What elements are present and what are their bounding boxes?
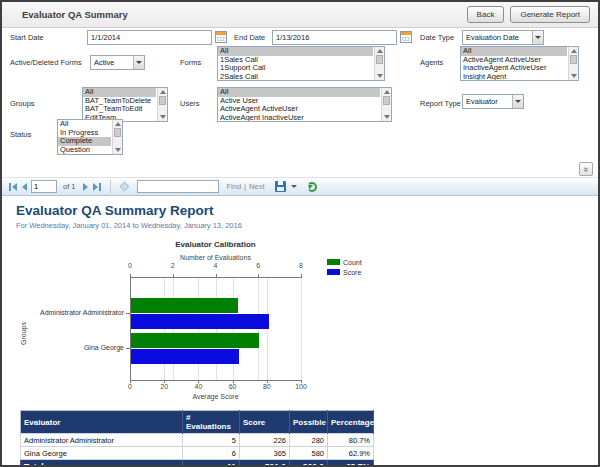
collapse-report-toolbar-button[interactable]: » [579, 162, 593, 176]
previous-page-button[interactable] [21, 182, 28, 192]
list-option[interactable]: Question [58, 146, 111, 155]
col-evaluations: # Evaluations [183, 411, 240, 434]
first-page-button[interactable] [8, 182, 18, 192]
chart-bar-score [131, 314, 269, 329]
col-evaluator: Evaluator [21, 411, 183, 434]
report-type-select[interactable]: Evaluator [462, 94, 524, 109]
scroll-up-icon [384, 90, 390, 94]
active-deleted-forms-select[interactable]: Active [90, 55, 145, 70]
active-deleted-forms-label: Active/Deleted Forms [10, 58, 82, 67]
back-to-parent-icon[interactable] [119, 182, 129, 192]
report-title: Evaluator QA Summary Report [16, 203, 598, 218]
list-option[interactable]: Active User [218, 97, 380, 106]
chart-gridline [233, 278, 234, 380]
bottom-tick-mark [198, 380, 199, 383]
table-cell: 80.7% [328, 434, 374, 447]
scroll-down-icon [115, 148, 121, 152]
top-tick-mark [216, 274, 217, 277]
groups-label: Groups [10, 99, 35, 108]
bottom-axis-line [130, 380, 302, 381]
list-option[interactable]: All [58, 120, 111, 129]
find-text-input[interactable] [137, 180, 219, 193]
report-subtitle: For Wednesday, January 01, 2014 to Wedne… [16, 221, 598, 230]
groups-listbox[interactable]: AllBAT_TeamToDeleteBAT_TeamToEditEditTea… [82, 87, 168, 122]
bottom-tick-mark [130, 380, 131, 383]
scrollbar[interactable] [568, 47, 578, 80]
top-tick-label: 2 [171, 262, 175, 269]
list-option[interactable]: ActiveAgent ActiveUser [461, 56, 567, 65]
category-label: Gina George [18, 344, 124, 351]
forms-listbox[interactable]: All1Sales Call1Support Call2Sales Call [217, 46, 385, 81]
list-option[interactable]: All [218, 88, 380, 97]
generate-report-button[interactable]: Generate Report [510, 6, 590, 23]
list-option[interactable]: All [83, 88, 156, 97]
scroll-down-icon [571, 74, 577, 78]
list-option[interactable]: In Progress [58, 129, 111, 138]
chart-gridline [216, 278, 217, 380]
status-listbox[interactable]: AllIn ProgressCompleteQuestion [57, 119, 123, 155]
start-date-calendar-icon[interactable] [215, 31, 227, 43]
legend-label: Count [343, 259, 362, 266]
list-option[interactable]: All [461, 47, 567, 56]
list-option[interactable]: InactiveAgent ActiveUser [461, 64, 567, 73]
list-option[interactable]: BAT_TeamToEdit [83, 105, 156, 114]
table-cell: 580 [290, 447, 328, 460]
scroll-down-icon [377, 74, 383, 78]
next-page-icon [83, 183, 88, 191]
bottom-tick-label: 40 [194, 383, 202, 390]
top-tick-label: 0 [128, 262, 132, 269]
evaluator-calibration-chart: Evaluator Calibration Number of Evaluati… [16, 238, 576, 404]
start-date-input[interactable] [87, 30, 212, 45]
list-option[interactable]: 1Support Call [218, 64, 373, 73]
report-table-body: Administrator Administrator522628080.7%G… [21, 434, 374, 460]
last-page-icon [93, 183, 98, 191]
table-total-row: Total: 11 591.0 860.0 68.7% [21, 460, 374, 467]
find-link[interactable]: Find [227, 182, 242, 191]
chevron-down-icon [532, 31, 543, 44]
col-possible: Possible [290, 411, 328, 434]
legend-item: Score [327, 268, 361, 276]
list-option[interactable]: ActiveAgent InactiveUser [218, 114, 380, 123]
toolbar-separator [110, 180, 111, 193]
last-page-button[interactable] [92, 182, 102, 192]
list-option[interactable]: BAT_TeamToDelete [83, 97, 156, 106]
refresh-icon[interactable] [307, 182, 317, 192]
users-listbox[interactable]: AllActive UserActiveAgent ActiveUserActi… [217, 87, 392, 122]
bottom-axis-label: Average Score [130, 393, 301, 400]
list-option[interactable]: Insight Agent [461, 73, 567, 82]
top-axis-label: Number of Evaluations [130, 254, 301, 261]
next-page-button[interactable] [82, 182, 89, 192]
bottom-tick-mark [164, 380, 165, 383]
list-option[interactable]: ActiveAgent ActiveUser [218, 105, 380, 114]
back-button[interactable]: Back [467, 6, 505, 23]
scrollbar[interactable] [112, 120, 122, 154]
list-option[interactable]: 2Sales Call [218, 73, 373, 82]
chart-gridline [258, 278, 259, 380]
list-option[interactable]: 1Sales Call [218, 56, 373, 65]
end-date-calendar-icon[interactable] [400, 31, 412, 43]
date-type-select[interactable]: Evaluation Date [462, 30, 544, 45]
export-dropdown-icon[interactable] [291, 185, 297, 188]
scrollbar[interactable] [381, 88, 391, 121]
top-tick-mark [258, 274, 259, 277]
scrollbar[interactable] [374, 47, 384, 80]
scroll-thumb [570, 55, 577, 64]
find-next-separator: | [244, 182, 246, 191]
col-score: Score [240, 411, 290, 434]
legend-label: Score [343, 269, 361, 276]
scrollbar[interactable] [157, 88, 167, 121]
list-option[interactable]: Complete [58, 137, 111, 146]
previous-page-icon [22, 183, 27, 191]
table-header-row: Evaluator # Evaluations Score Possible P… [21, 411, 374, 434]
table-cell: 62.9% [328, 447, 374, 460]
current-page-input[interactable] [31, 180, 57, 193]
table-cell: 226 [240, 434, 290, 447]
export-save-icon[interactable] [275, 181, 286, 192]
agents-listbox[interactable]: AllActiveAgent ActiveUserInactiveAgent A… [460, 46, 579, 81]
table-cell: 365 [240, 447, 290, 460]
end-date-input[interactable] [272, 30, 397, 45]
next-link[interactable]: Next [249, 182, 264, 191]
list-option[interactable]: All [218, 47, 373, 56]
total-percentage: 68.7% [328, 460, 374, 467]
bottom-tick-label: 60 [229, 383, 237, 390]
